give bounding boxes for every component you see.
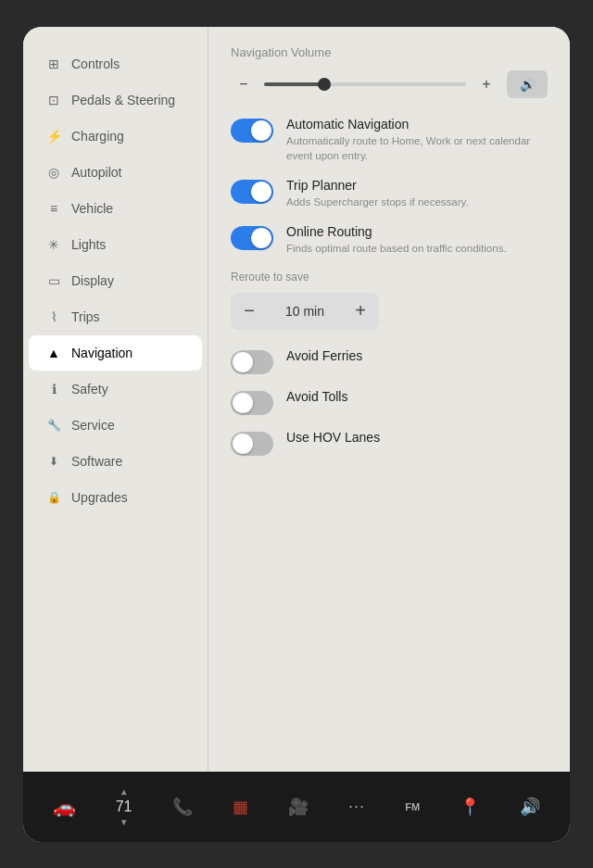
use-hov-knob	[233, 434, 253, 454]
sidebar-label-controls: Controls	[71, 57, 120, 71]
avoid-tolls-label-group: Avoid Tolls	[286, 389, 548, 406]
safety-icon: ℹ	[45, 382, 62, 396]
temp-value: 71	[116, 799, 132, 815]
sidebar-item-controls[interactable]: ⊞ Controls	[29, 46, 202, 82]
volume-slider-fill	[264, 82, 324, 86]
sidebar-label-trips: Trips	[71, 309, 100, 324]
online-routing-row: Online Routing Finds optimal route based…	[231, 224, 548, 256]
sidebar-item-charging[interactable]: ⚡ Charging	[29, 119, 202, 154]
main-content: Navigation Volume − + 🔊	[208, 27, 570, 772]
lights-icon: ✳	[45, 237, 62, 252]
sidebar-label-navigation: Navigation	[71, 346, 132, 360]
bottom-fm[interactable]: FM	[405, 801, 420, 812]
trip-planner-row: Trip Planner Adds Supercharger stops if …	[231, 178, 548, 209]
auto-nav-row: Automatic Navigation Automatically route…	[231, 117, 548, 163]
sidebar-item-autopilot[interactable]: ◎ Autopilot	[29, 155, 202, 190]
reroute-value: 10 min	[268, 304, 342, 319]
volume-mute-button[interactable]: 🔊	[507, 70, 548, 98]
temp-down-arrow: ▼	[120, 817, 129, 827]
reroute-decrease-button[interactable]: −	[231, 293, 268, 330]
navigation-icon: ▲	[45, 346, 62, 360]
trip-planner-knob	[251, 182, 271, 202]
sidebar-item-pedals[interactable]: ⊡ Pedals & Steering	[29, 82, 202, 118]
avoid-tolls-toggle[interactable]	[231, 391, 273, 415]
sidebar-label-upgrades: Upgrades	[71, 490, 128, 505]
auto-nav-knob	[251, 120, 271, 141]
trips-icon: ⌇	[45, 309, 62, 324]
nav-icon: 📍	[460, 797, 480, 817]
sidebar-label-autopilot: Autopilot	[71, 165, 121, 180]
avoid-tolls-row: Avoid Tolls	[231, 389, 548, 415]
sidebar-label-charging: Charging	[71, 129, 124, 144]
avoid-tolls-knob	[233, 393, 253, 413]
auto-nav-label: Automatic Navigation	[286, 117, 548, 132]
display-icon: ▭	[45, 273, 62, 288]
bottom-temp[interactable]: ▲ 71 ▼	[116, 786, 132, 827]
online-routing-knob	[251, 228, 271, 248]
sidebar-item-trips[interactable]: ⌇ Trips	[29, 299, 202, 334]
bottom-more[interactable]: ···	[348, 797, 365, 816]
charging-icon: ⚡	[45, 129, 62, 144]
bottom-nav[interactable]: 📍	[460, 797, 480, 817]
use-hov-toggle[interactable]	[231, 432, 273, 456]
sidebar-label-lights: Lights	[71, 237, 106, 252]
music-icon: ▦	[233, 797, 248, 817]
speaker-icon: 🔊	[520, 77, 536, 92]
auto-nav-desc: Automatically route to Home, Work or nex…	[286, 133, 548, 163]
trip-planner-label: Trip Planner	[286, 178, 548, 193]
volume-row: − + 🔊	[231, 70, 548, 98]
trip-planner-toggle[interactable]	[231, 180, 273, 204]
sidebar: ⊞ Controls ⊡ Pedals & Steering ⚡ Chargin…	[23, 27, 208, 772]
bottom-phone[interactable]: 📞	[172, 797, 193, 817]
vehicle-icon: ≡	[45, 201, 62, 216]
bottom-car[interactable]: 🚗	[53, 796, 76, 818]
avoid-ferries-toggle[interactable]	[231, 350, 273, 374]
use-hov-row: Use HOV Lanes	[231, 430, 548, 456]
sidebar-label-software: Software	[71, 454, 122, 469]
use-hov-label-group: Use HOV Lanes	[286, 430, 548, 447]
sidebar-item-service[interactable]: 🔧 Service	[29, 408, 202, 443]
bottom-music[interactable]: ▦	[233, 797, 248, 817]
bottom-camera[interactable]: 🎥	[288, 797, 309, 817]
volume-decrease-button[interactable]: −	[231, 71, 257, 97]
trip-planner-desc: Adds Supercharger stops if necessary.	[286, 195, 548, 209]
trip-planner-label-group: Trip Planner Adds Supercharger stops if …	[286, 178, 548, 209]
camera-icon: 🎥	[288, 797, 309, 817]
volume-increase-button[interactable]: +	[473, 71, 499, 97]
sidebar-label-service: Service	[71, 418, 115, 433]
reroute-increase-button[interactable]: +	[342, 293, 379, 330]
avoid-tolls-label: Avoid Tolls	[286, 389, 548, 404]
auto-nav-toggle[interactable]	[231, 119, 273, 143]
autopilot-icon: ◎	[45, 165, 62, 180]
controls-icon: ⊞	[45, 57, 62, 71]
online-routing-toggle[interactable]	[231, 226, 273, 250]
fm-icon: FM	[405, 801, 420, 812]
software-icon: ⬇	[45, 455, 62, 468]
temp-up-arrow: ▲	[120, 786, 129, 797]
avoid-ferries-knob	[233, 352, 253, 372]
bottom-volume[interactable]: 🔊	[520, 797, 540, 817]
avoid-ferries-row: Avoid Ferries	[231, 348, 548, 374]
sidebar-item-vehicle[interactable]: ≡ Vehicle	[29, 191, 202, 226]
sidebar-label-display: Display	[71, 273, 114, 288]
sidebar-item-navigation[interactable]: ▲ Navigation	[29, 335, 202, 371]
auto-nav-label-group: Automatic Navigation Automatically route…	[286, 117, 548, 163]
online-routing-label: Online Routing	[286, 224, 548, 239]
bottom-bar: 🚗 ▲ 71 ▼ 📞 ▦ 🎥 ··· FM 📍 🔊	[23, 772, 570, 842]
pedals-icon: ⊡	[45, 93, 62, 107]
sidebar-label-pedals: Pedals & Steering	[71, 93, 175, 107]
sidebar-item-safety[interactable]: ℹ Safety	[29, 371, 202, 407]
use-hov-label: Use HOV Lanes	[286, 430, 548, 445]
sidebar-item-lights[interactable]: ✳ Lights	[29, 227, 202, 262]
car-icon: 🚗	[53, 796, 76, 818]
service-icon: 🔧	[45, 419, 62, 432]
reroute-stepper: − 10 min +	[231, 293, 379, 330]
sidebar-item-display[interactable]: ▭ Display	[29, 263, 202, 298]
volume-icon: 🔊	[520, 797, 540, 817]
upgrades-icon: 🔒	[45, 491, 62, 504]
volume-slider-track[interactable]	[264, 82, 466, 86]
sidebar-label-safety: Safety	[71, 382, 108, 396]
sidebar-item-software[interactable]: ⬇ Software	[29, 444, 202, 479]
more-icon: ···	[348, 797, 365, 816]
sidebar-item-upgrades[interactable]: 🔒 Upgrades	[29, 480, 202, 515]
